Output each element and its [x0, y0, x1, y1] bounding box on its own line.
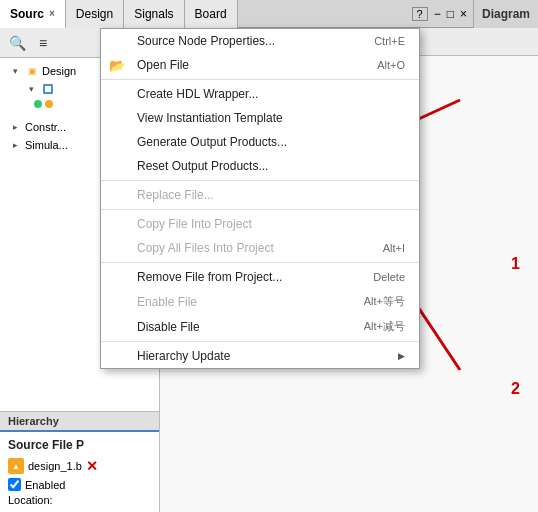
source-file-title: Source File P	[8, 438, 151, 452]
source-tab-label: Sourc	[10, 7, 44, 21]
menu-item-copy-all-files[interactable]: Copy All Files Into Project Alt+I	[101, 236, 419, 260]
board-tab-label: Board	[195, 7, 227, 21]
menu-shortcut-copy-all: Alt+I	[383, 242, 405, 254]
remove-icon[interactable]: ✕	[86, 458, 98, 474]
location-row: Location:	[8, 494, 151, 506]
menu-label-enable-file: Enable File	[137, 295, 197, 309]
diagram-tab[interactable]: Diagram	[473, 0, 538, 28]
source-file-row: ▲ design_1.b ✕	[8, 458, 151, 474]
context-menu: Source Node Properties... Ctrl+E 📂 Open …	[100, 28, 420, 369]
menu-item-copy-file[interactable]: Copy File Into Project	[101, 212, 419, 236]
separator-1	[101, 79, 419, 80]
file-icon: ▲	[8, 458, 24, 474]
chip-expand-icon: ▾	[24, 82, 38, 96]
menu-shortcut-source-node: Ctrl+E	[374, 35, 405, 47]
menu-item-view-instantiation[interactable]: View Instantiation Template	[101, 106, 419, 130]
menu-item-open-file[interactable]: 📂 Open File Alt+O	[101, 53, 419, 77]
menu-label-copy-file: Copy File Into Project	[137, 217, 252, 231]
source-tab[interactable]: Sourc ×	[0, 0, 66, 28]
folder-icon: ▣	[25, 64, 39, 78]
menu-shortcut-enable-file: Alt+等号	[364, 294, 405, 309]
chip-icon	[41, 82, 55, 96]
menu-shortcut-open-file: Alt+O	[377, 59, 405, 71]
menu-label-create-hdl: Create HDL Wrapper...	[137, 87, 258, 101]
menu-item-disable-file[interactable]: Disable File Alt+减号	[101, 314, 419, 339]
menu-label-replace-file: Replace File...	[137, 188, 214, 202]
minimize-button[interactable]: −	[434, 7, 441, 21]
number-label-1: 1	[511, 255, 520, 273]
source-tab-close[interactable]: ×	[49, 8, 55, 19]
help-button[interactable]: ?	[412, 7, 428, 21]
svg-rect-1	[45, 86, 51, 92]
menu-shortcut-remove-file: Delete	[373, 271, 405, 283]
menu-label-source-node: Source Node Properties...	[137, 34, 275, 48]
simula-label: Simula...	[25, 139, 68, 151]
separator-3	[101, 209, 419, 210]
location-label: Location:	[8, 494, 53, 506]
signals-tab-label: Signals	[134, 7, 173, 21]
restore-button[interactable]: □	[447, 7, 454, 21]
separator-2	[101, 180, 419, 181]
separator-4	[101, 262, 419, 263]
menu-item-source-node-properties[interactable]: Source Node Properties... Ctrl+E	[101, 29, 419, 53]
menu-label-remove-file: Remove File from Project...	[137, 270, 282, 284]
menu-item-remove-file[interactable]: Remove File from Project... Delete	[101, 265, 419, 289]
hierarchy-label: Hierarchy	[8, 415, 59, 427]
source-file-panel: Source File P ▲ design_1.b ✕ Enabled Loc…	[0, 430, 159, 512]
hierarchy-tab[interactable]: Hierarchy	[0, 411, 159, 430]
design-label: Design	[42, 65, 76, 77]
menu-item-hierarchy-update[interactable]: Hierarchy Update	[101, 344, 419, 368]
separator-5	[101, 341, 419, 342]
menu-label-copy-all-files: Copy All Files Into Project	[137, 241, 274, 255]
enabled-label: Enabled	[25, 479, 65, 491]
constr-label: Constr...	[25, 121, 66, 133]
menu-label-disable-file: Disable File	[137, 320, 200, 334]
menu-item-enable-file[interactable]: Enable File Alt+等号	[101, 289, 419, 314]
close-button[interactable]: ×	[460, 7, 467, 21]
file-name: design_1.b	[28, 460, 82, 472]
number-label-2: 2	[511, 380, 520, 398]
dot-green-icon	[34, 100, 42, 108]
enabled-row: Enabled	[8, 478, 151, 491]
constr-expand-icon: ▸	[8, 120, 22, 134]
menu-item-create-hdl[interactable]: Create HDL Wrapper...	[101, 82, 419, 106]
menu-label-hierarchy-update: Hierarchy Update	[137, 349, 230, 363]
enabled-checkbox[interactable]	[8, 478, 21, 491]
board-tab[interactable]: Board	[185, 0, 238, 28]
menu-label-view-instantiation: View Instantiation Template	[137, 111, 283, 125]
menu-item-generate-output[interactable]: Generate Output Products...	[101, 130, 419, 154]
menu-label-open-file: Open File	[137, 58, 189, 72]
diagram-tab-label: Diagram	[482, 7, 530, 21]
menu-item-replace-file[interactable]: Replace File...	[101, 183, 419, 207]
menu-label-generate-output: Generate Output Products...	[137, 135, 287, 149]
tab-bar: Sourc × Design Signals Board ? − □ × Dia…	[0, 0, 538, 28]
filter-icon[interactable]: ≡	[32, 32, 54, 54]
menu-item-reset-output[interactable]: Reset Output Products...	[101, 154, 419, 178]
chevron-icon: ▾	[8, 64, 22, 78]
simula-expand-icon: ▸	[8, 138, 22, 152]
search-icon[interactable]: 🔍	[6, 32, 28, 54]
folder-open-icon: 📂	[109, 58, 125, 73]
menu-shortcut-disable-file: Alt+减号	[364, 319, 405, 334]
signals-tab[interactable]: Signals	[124, 0, 184, 28]
open-file-icon-area: 📂	[109, 58, 125, 73]
design-tab-label: Design	[76, 7, 113, 21]
menu-label-reset-output: Reset Output Products...	[137, 159, 268, 173]
design-tab[interactable]: Design	[66, 0, 124, 28]
dot-orange-icon	[45, 100, 53, 108]
